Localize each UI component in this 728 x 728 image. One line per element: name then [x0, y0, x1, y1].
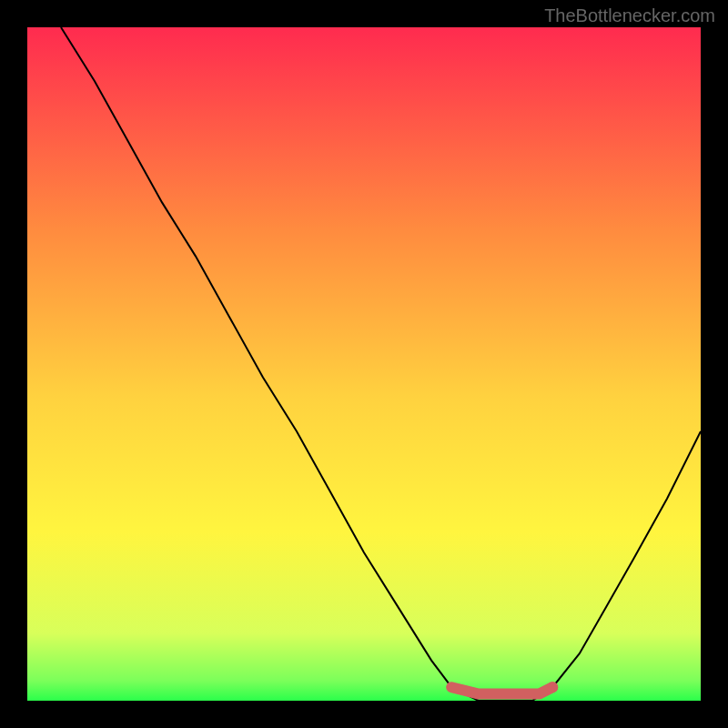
chart-area — [27, 27, 701, 701]
highlight-end-marker — [547, 682, 558, 693]
chart-svg — [27, 27, 701, 701]
gradient-background — [27, 27, 701, 701]
watermark-text: TheBottlenecker.com — [544, 5, 715, 26]
